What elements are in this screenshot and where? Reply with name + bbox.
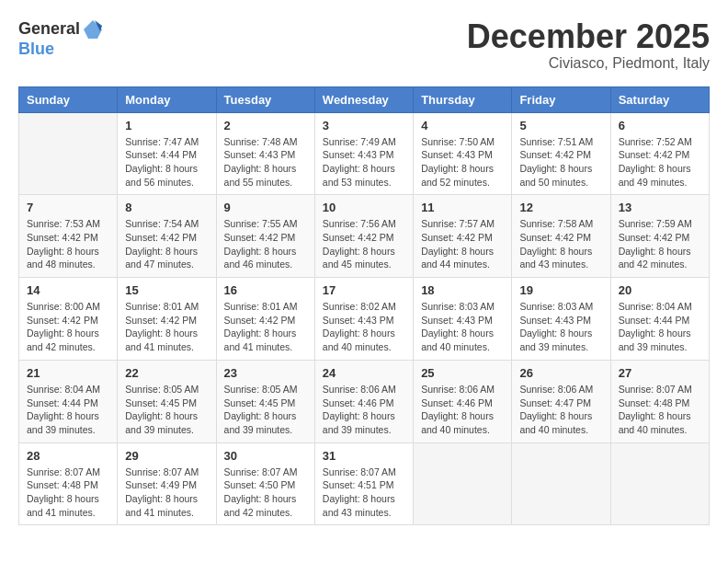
day-number: 16: [224, 283, 307, 297]
calendar-cell: 5Sunrise: 7:51 AMSunset: 4:42 PMDaylight…: [512, 112, 610, 195]
page-header: General Blue December 2025 Civiasco, Pie…: [18, 18, 710, 72]
day-info: Sunrise: 7:58 AMSunset: 4:42 PMDaylight:…: [519, 217, 602, 271]
calendar-cell: 11Sunrise: 7:57 AMSunset: 4:42 PMDayligh…: [414, 195, 512, 278]
day-info: Sunrise: 7:52 AMSunset: 4:42 PMDaylight:…: [619, 135, 701, 190]
day-number: 22: [125, 366, 208, 380]
logo-icon: [82, 18, 104, 40]
calendar-cell: 21Sunrise: 8:04 AMSunset: 4:44 PMDayligh…: [19, 360, 118, 442]
day-info: Sunrise: 7:51 AMSunset: 4:42 PMDaylight:…: [519, 135, 602, 190]
calendar-cell: 6Sunrise: 7:52 AMSunset: 4:42 PMDaylight…: [610, 112, 709, 195]
logo-general-text: General: [18, 20, 80, 39]
day-number: 7: [27, 201, 109, 214]
day-number: 5: [519, 119, 602, 132]
day-number: 13: [619, 201, 701, 214]
day-info: Sunrise: 8:07 AMSunset: 4:48 PMDaylight:…: [27, 465, 109, 520]
day-info: Sunrise: 8:06 AMSunset: 4:47 PMDaylight:…: [519, 383, 602, 437]
day-number: 20: [619, 283, 701, 297]
day-number: 29: [125, 449, 208, 463]
col-saturday: Saturday: [610, 86, 709, 112]
day-info: Sunrise: 7:49 AMSunset: 4:43 PMDaylight:…: [323, 135, 405, 190]
day-number: 18: [421, 283, 504, 297]
day-number: 30: [224, 449, 307, 463]
day-info: Sunrise: 7:57 AMSunset: 4:42 PMDaylight:…: [421, 217, 504, 271]
title-block: December 2025 Civiasco, Piedmont, Italy: [467, 18, 710, 72]
calendar-cell: 31Sunrise: 8:07 AMSunset: 4:51 PMDayligh…: [314, 442, 413, 525]
calendar-cell: 8Sunrise: 7:54 AMSunset: 4:42 PMDaylight…: [118, 195, 216, 278]
day-number: 28: [27, 449, 109, 463]
day-number: 25: [421, 366, 504, 380]
col-sunday: Sunday: [19, 86, 118, 112]
day-number: 9: [224, 201, 307, 214]
day-number: 11: [421, 201, 504, 214]
calendar-cell: 7Sunrise: 7:53 AMSunset: 4:42 PMDaylight…: [19, 195, 118, 278]
calendar-cell: 30Sunrise: 8:07 AMSunset: 4:50 PMDayligh…: [216, 442, 314, 525]
calendar-cell: 9Sunrise: 7:55 AMSunset: 4:42 PMDaylight…: [216, 195, 314, 278]
calendar-cell: 26Sunrise: 8:06 AMSunset: 4:47 PMDayligh…: [512, 360, 610, 442]
col-tuesday: Tuesday: [216, 86, 314, 112]
day-number: 15: [125, 283, 208, 297]
day-info: Sunrise: 8:01 AMSunset: 4:42 PMDaylight:…: [125, 300, 208, 354]
day-number: 24: [323, 366, 405, 380]
calendar-cell: 17Sunrise: 8:02 AMSunset: 4:43 PMDayligh…: [314, 278, 413, 361]
col-friday: Friday: [512, 86, 610, 112]
day-info: Sunrise: 7:54 AMSunset: 4:42 PMDaylight:…: [125, 217, 208, 271]
calendar-cell: 13Sunrise: 7:59 AMSunset: 4:42 PMDayligh…: [610, 195, 709, 278]
calendar-cell: 29Sunrise: 8:07 AMSunset: 4:49 PMDayligh…: [118, 442, 216, 525]
day-number: 6: [619, 119, 701, 132]
day-number: 2: [224, 119, 307, 132]
day-info: Sunrise: 7:47 AMSunset: 4:44 PMDaylight:…: [125, 135, 208, 190]
calendar-cell: [19, 112, 118, 195]
calendar-cell: 27Sunrise: 8:07 AMSunset: 4:48 PMDayligh…: [610, 360, 709, 442]
col-monday: Monday: [118, 86, 216, 112]
day-info: Sunrise: 8:06 AMSunset: 4:46 PMDaylight:…: [421, 383, 504, 437]
logo: General Blue: [18, 18, 104, 59]
calendar-cell: 3Sunrise: 7:49 AMSunset: 4:43 PMDaylight…: [314, 112, 413, 195]
calendar-week-4: 21Sunrise: 8:04 AMSunset: 4:44 PMDayligh…: [19, 360, 710, 442]
day-info: Sunrise: 8:05 AMSunset: 4:45 PMDaylight:…: [224, 383, 307, 437]
day-info: Sunrise: 8:03 AMSunset: 4:43 PMDaylight:…: [519, 300, 602, 354]
day-number: 19: [519, 283, 602, 297]
day-number: 3: [323, 119, 405, 132]
calendar-cell: 19Sunrise: 8:03 AMSunset: 4:43 PMDayligh…: [512, 278, 610, 361]
day-number: 1: [125, 119, 208, 132]
day-number: 12: [519, 201, 602, 214]
calendar-week-2: 7Sunrise: 7:53 AMSunset: 4:42 PMDaylight…: [19, 195, 710, 278]
calendar-cell: 2Sunrise: 7:48 AMSunset: 4:43 PMDaylight…: [216, 112, 314, 195]
day-info: Sunrise: 7:50 AMSunset: 4:43 PMDaylight:…: [421, 135, 504, 190]
calendar-cell: 20Sunrise: 8:04 AMSunset: 4:44 PMDayligh…: [610, 278, 709, 361]
day-number: 27: [619, 366, 701, 380]
calendar-cell: 12Sunrise: 7:58 AMSunset: 4:42 PMDayligh…: [512, 195, 610, 278]
calendar-table: Sunday Monday Tuesday Wednesday Thursday…: [18, 86, 710, 526]
calendar-cell: 4Sunrise: 7:50 AMSunset: 4:43 PMDaylight…: [414, 112, 512, 195]
calendar-week-3: 14Sunrise: 8:00 AMSunset: 4:42 PMDayligh…: [19, 278, 710, 361]
day-number: 4: [421, 119, 504, 132]
day-number: 26: [519, 366, 602, 380]
day-number: 14: [27, 283, 109, 297]
calendar-cell: [512, 442, 610, 525]
calendar-cell: 23Sunrise: 8:05 AMSunset: 4:45 PMDayligh…: [216, 360, 314, 442]
calendar-cell: 28Sunrise: 8:07 AMSunset: 4:48 PMDayligh…: [19, 442, 118, 525]
day-info: Sunrise: 8:03 AMSunset: 4:43 PMDaylight:…: [421, 300, 504, 354]
day-info: Sunrise: 8:04 AMSunset: 4:44 PMDaylight:…: [619, 300, 701, 354]
calendar-cell: 25Sunrise: 8:06 AMSunset: 4:46 PMDayligh…: [414, 360, 512, 442]
day-number: 31: [323, 449, 405, 463]
day-number: 8: [125, 201, 208, 214]
month-title: December 2025: [467, 18, 710, 55]
calendar-cell: 15Sunrise: 8:01 AMSunset: 4:42 PMDayligh…: [118, 278, 216, 361]
calendar-cell: 10Sunrise: 7:56 AMSunset: 4:42 PMDayligh…: [314, 195, 413, 278]
day-number: 21: [27, 366, 109, 380]
day-info: Sunrise: 8:07 AMSunset: 4:50 PMDaylight:…: [224, 465, 307, 520]
calendar-cell: 14Sunrise: 8:00 AMSunset: 4:42 PMDayligh…: [19, 278, 118, 361]
calendar-week-1: 1Sunrise: 7:47 AMSunset: 4:44 PMDaylight…: [19, 112, 710, 195]
calendar-cell: 1Sunrise: 7:47 AMSunset: 4:44 PMDaylight…: [118, 112, 216, 195]
calendar-cell: 24Sunrise: 8:06 AMSunset: 4:46 PMDayligh…: [314, 360, 413, 442]
day-info: Sunrise: 8:07 AMSunset: 4:49 PMDaylight:…: [125, 465, 208, 520]
day-info: Sunrise: 8:06 AMSunset: 4:46 PMDaylight:…: [323, 383, 405, 437]
day-info: Sunrise: 8:04 AMSunset: 4:44 PMDaylight:…: [27, 383, 109, 437]
location: Civiasco, Piedmont, Italy: [467, 55, 710, 72]
calendar-week-5: 28Sunrise: 8:07 AMSunset: 4:48 PMDayligh…: [19, 442, 710, 525]
day-info: Sunrise: 7:59 AMSunset: 4:42 PMDaylight:…: [619, 217, 701, 271]
day-number: 10: [323, 201, 405, 214]
day-info: Sunrise: 7:55 AMSunset: 4:42 PMDaylight:…: [224, 217, 307, 271]
day-info: Sunrise: 7:53 AMSunset: 4:42 PMDaylight:…: [27, 217, 109, 271]
